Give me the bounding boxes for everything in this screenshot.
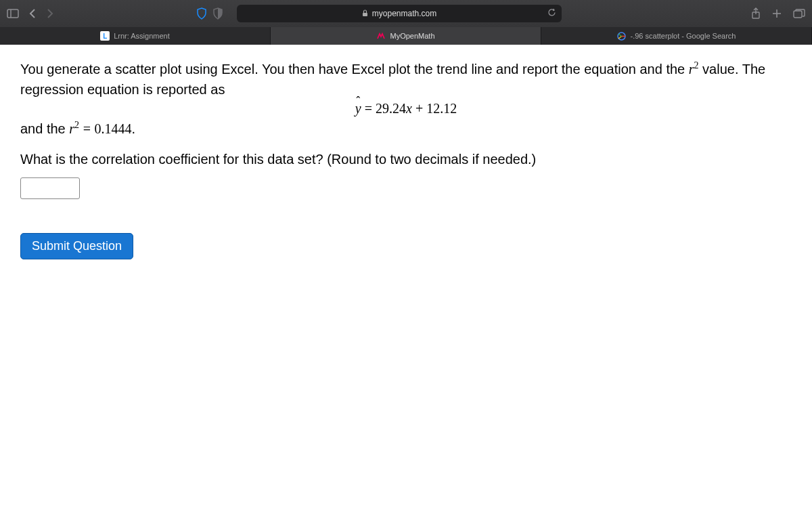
r2-value: 0.1444: [95, 121, 132, 135]
shield-icon[interactable]: [196, 7, 207, 20]
privacy-shields: [196, 7, 223, 20]
equals-sign: =: [365, 101, 376, 116]
reload-icon[interactable]: [547, 8, 556, 19]
tabs-overview-icon[interactable]: [793, 9, 805, 18]
tab-label: Lrnr: Assignment: [114, 32, 170, 40]
r-var: r: [689, 62, 694, 77]
address-text: myopenmath.com: [372, 9, 436, 18]
svg-rect-0: [7, 9, 18, 18]
tab-google[interactable]: -.96 scatterplot - Google Search: [541, 27, 812, 45]
page-content: You generate a scatter plot using Excel.…: [0, 45, 812, 273]
back-button[interactable]: [28, 8, 37, 19]
google-favicon-icon: [617, 31, 627, 41]
sidebar-toggle-icon[interactable]: [7, 9, 19, 18]
intro-text-1: You generate a scatter plot using Excel.…: [20, 62, 689, 77]
forward-button[interactable]: [46, 8, 54, 19]
equals-2: =: [83, 121, 91, 135]
tab-label: -.96 scatterplot - Google Search: [631, 32, 736, 40]
answer-input[interactable]: [20, 177, 80, 199]
toolbar-right-group: [751, 7, 805, 20]
question-text: What is the correlation coefficient for …: [20, 149, 792, 169]
tab-label: MyOpenMath: [390, 32, 434, 40]
submit-button[interactable]: Submit Question: [20, 233, 133, 259]
r-var-2: r: [69, 121, 74, 135]
shield-half-icon[interactable]: [212, 7, 223, 20]
tab-myopenmath[interactable]: MyOpenMath: [271, 27, 541, 45]
y-hat: y: [355, 101, 361, 117]
regression-equation: y = 29.24x + 12.12: [20, 101, 792, 117]
svg-rect-6: [794, 11, 802, 18]
myopenmath-favicon-icon: [376, 31, 386, 41]
svg-rect-2: [363, 13, 367, 16]
problem-intro: You generate a scatter plot using Excel.…: [20, 58, 792, 100]
lock-icon: [362, 9, 368, 18]
tab-strip: L Lrnr: Assignment MyOpenMath -.96 scatt…: [0, 27, 812, 45]
exponent-2: 2: [694, 60, 699, 70]
new-tab-icon[interactable]: [771, 8, 782, 19]
r-squared-line: and the r2 = 0.1444.: [20, 118, 792, 139]
toolbar-left-group: [7, 8, 54, 19]
exponent-2b: 2: [74, 120, 79, 130]
r2-prefix: and the: [20, 121, 69, 135]
period: .: [132, 121, 136, 135]
equation-rhs: 29.24x + 12.12: [376, 101, 457, 116]
share-icon[interactable]: [751, 7, 761, 20]
address-bar[interactable]: myopenmath.com: [237, 5, 562, 22]
lrnr-favicon-icon: L: [100, 31, 110, 41]
browser-toolbar: myopenmath.com: [0, 0, 812, 27]
tab-lrnr[interactable]: L Lrnr: Assignment: [0, 27, 271, 45]
